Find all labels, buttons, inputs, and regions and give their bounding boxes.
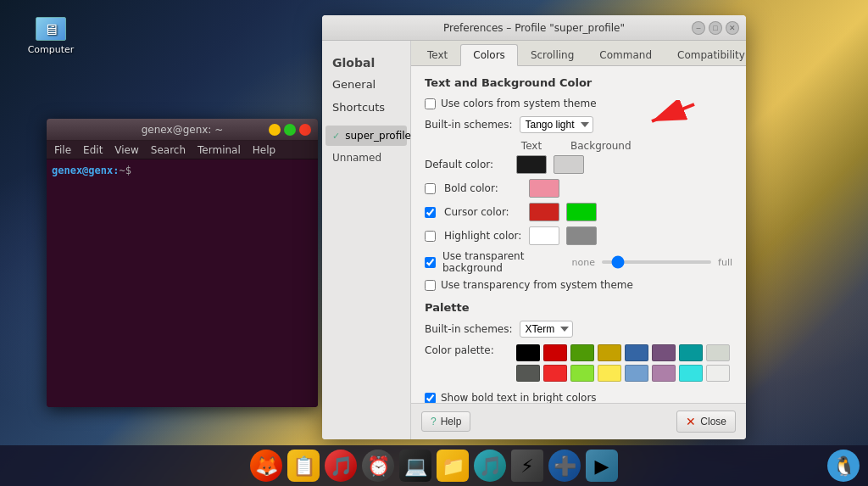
palette-swatch-3[interactable]: [598, 344, 621, 361]
system-theme-transparency-row: Use transparency from system theme: [425, 279, 732, 291]
palette-swatch-4[interactable]: [625, 344, 648, 361]
taskbar-terminal[interactable]: 💻: [399, 450, 431, 482]
terminal-menu-terminal[interactable]: Terminal: [195, 144, 243, 156]
system-colors-label: Use colors from system theme: [441, 98, 597, 109]
close-icon: ✕: [686, 415, 696, 428]
taskbar-files[interactable]: 📁: [437, 450, 469, 482]
taskbar-music[interactable]: 🎵: [474, 450, 506, 482]
color-header-background: Background: [570, 140, 601, 152]
terminal-menu-edit[interactable]: Edit: [81, 144, 105, 156]
transparency-slider[interactable]: [602, 260, 711, 264]
palette-swatch-11[interactable]: [598, 365, 621, 382]
palette-swatches: [516, 344, 730, 385]
bold-color-label: Bold color:: [444, 182, 522, 194]
preferences-window-controls: – □ ✕: [692, 21, 739, 35]
taskbar-player[interactable]: ▶: [586, 450, 618, 482]
builtin-schemes-select[interactable]: Tango light XTerm Custom: [520, 116, 593, 133]
computer-icon: 🖥: [36, 17, 66, 41]
default-color-label: Default color:: [425, 159, 509, 170]
terminal-menubar: File Edit View Search Terminal Help: [47, 141, 318, 159]
highlight-bg-swatch[interactable]: [566, 226, 597, 245]
taskbar-sublimetext[interactable]: ⚡: [511, 450, 543, 482]
desktop-icon-computer[interactable]: 🖥 Computer: [25, 17, 76, 55]
terminal-minimize-button[interactable]: [269, 124, 281, 136]
preferences-main: Text Colors Scrolling Command Compatibil…: [411, 41, 746, 439]
cursor-text-swatch[interactable]: [529, 203, 559, 221]
system-theme-transparency-checkbox[interactable]: [425, 280, 436, 291]
sidebar-item-shortcuts[interactable]: Shortcuts: [322, 96, 410, 119]
cursor-bg-swatch[interactable]: [566, 203, 597, 221]
palette-swatch-10[interactable]: [570, 365, 594, 382]
bold-color-checkbox[interactable]: [425, 183, 436, 194]
profile-check-icon: ✓: [332, 131, 340, 142]
preferences-maximize-button[interactable]: □: [709, 21, 722, 35]
preferences-close-button[interactable]: ✕: [726, 21, 739, 35]
terminal-maximize-button[interactable]: [284, 124, 296, 136]
palette-swatch-15[interactable]: [706, 365, 730, 382]
highlight-text-swatch[interactable]: [529, 226, 559, 245]
palette-swatch-9[interactable]: [543, 365, 567, 382]
palette-swatch-13[interactable]: [652, 365, 676, 382]
terminal-menu-file[interactable]: File: [52, 144, 74, 156]
palette-swatch-2[interactable]: [570, 344, 594, 361]
taskbar-add[interactable]: ➕: [548, 450, 581, 482]
terminal-window: genex@genx: ~ File Edit View Search Term…: [47, 119, 318, 407]
terminal-menu-help[interactable]: Help: [250, 144, 278, 156]
builtin-schemes-label: Built-in schemes:: [425, 119, 513, 131]
transparency-label-none: none: [572, 257, 595, 268]
help-label: Help: [441, 416, 462, 427]
palette-builtin-select[interactable]: XTerm Tango: [520, 321, 573, 338]
profile-item-unnamed[interactable]: Unnamed: [326, 148, 407, 168]
highlight-color-row: Highlight color:: [425, 226, 732, 245]
taskbar-tux[interactable]: 🐧: [827, 450, 860, 482]
preferences-title: Preferences – Profile "super_profile": [443, 22, 625, 34]
profile-item-super[interactable]: ✓ super_profile: [326, 126, 407, 146]
terminal-controls: [269, 124, 311, 136]
preferences-content: Text and Background Color Use colors fro…: [411, 66, 746, 403]
terminal-menu-view[interactable]: View: [112, 144, 141, 156]
transparent-bg-label: Use transparent background: [442, 250, 565, 274]
palette-swatch-14[interactable]: [679, 365, 703, 382]
builtin-schemes-row: Built-in schemes: Tango light XTerm Cust…: [425, 116, 732, 133]
tab-compatibility[interactable]: Compatibility: [665, 44, 746, 65]
tab-command[interactable]: Command: [587, 44, 665, 65]
terminal-close-button[interactable]: [299, 124, 311, 136]
bold-text-swatch[interactable]: [529, 179, 559, 198]
system-colors-row: Use colors from system theme: [425, 98, 732, 109]
palette-swatch-12[interactable]: [625, 365, 648, 382]
system-colors-checkbox[interactable]: [425, 98, 436, 109]
tab-colors[interactable]: Colors: [460, 44, 518, 66]
profile-name-super: super_profile: [345, 130, 411, 142]
close-button[interactable]: ✕ Close: [676, 411, 736, 433]
taskbar: 🦊 📋 🎵 ⏰ 💻 📁 🎵 ⚡ ➕ ▶ 🐧: [0, 445, 868, 486]
default-bg-swatch[interactable]: [554, 155, 584, 174]
palette-row-1: [516, 344, 730, 361]
terminal-titlebar: genex@genx: ~: [47, 119, 318, 141]
bold-colors-checkbox[interactable]: [425, 393, 436, 404]
close-label: Close: [700, 416, 726, 427]
transparency-label-full: full: [718, 257, 732, 268]
tab-text[interactable]: Text: [415, 44, 460, 65]
help-button[interactable]: ? Help: [421, 411, 470, 432]
highlight-color-checkbox[interactable]: [425, 231, 436, 242]
palette-swatch-7[interactable]: [706, 344, 730, 361]
taskbar-media[interactable]: 🎵: [325, 450, 357, 482]
taskbar-firefox[interactable]: 🦊: [250, 450, 282, 482]
terminal-menu-search[interactable]: Search: [148, 144, 188, 156]
sidebar-item-general[interactable]: General: [322, 73, 410, 96]
section-text-bg-color-title: Text and Background Color: [425, 76, 732, 89]
taskbar-clipboard[interactable]: 📋: [287, 450, 320, 482]
palette-swatch-8[interactable]: [516, 365, 540, 382]
default-text-swatch[interactable]: [516, 155, 547, 174]
transparent-bg-checkbox[interactable]: [425, 257, 436, 268]
tab-scrolling[interactable]: Scrolling: [518, 44, 587, 65]
cursor-color-checkbox[interactable]: [425, 207, 436, 218]
palette-swatch-5[interactable]: [652, 344, 676, 361]
palette-swatch-1[interactable]: [543, 344, 567, 361]
taskbar-clock[interactable]: ⏰: [362, 450, 394, 482]
palette-swatch-0[interactable]: [516, 344, 540, 361]
default-color-row: Default color:: [425, 155, 732, 174]
preferences-minimize-button[interactable]: –: [692, 21, 705, 35]
sidebar-global-label: Global: [322, 47, 410, 73]
palette-swatch-6[interactable]: [679, 344, 703, 361]
